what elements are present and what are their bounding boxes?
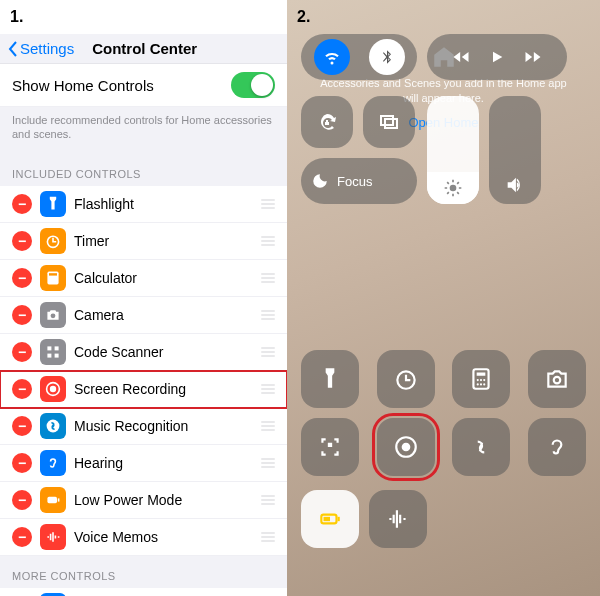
drag-handle[interactable] [261,495,275,505]
qr-icon [317,434,343,460]
drag-handle[interactable] [261,236,275,246]
svg-rect-29 [324,517,331,521]
drag-handle[interactable] [261,458,275,468]
page-title: Control Center [92,40,197,57]
remove-button[interactable]: − [12,490,32,510]
control-label: Screen Recording [74,381,253,397]
remove-button[interactable]: − [12,231,32,251]
media-tile[interactable] [427,34,567,80]
control-label: Music Recognition [74,418,253,434]
qr-tile[interactable] [301,418,359,476]
flashlight-app-icon [40,191,66,217]
screen-mirror-icon [377,110,401,134]
bluetooth-button[interactable] [369,39,405,75]
control-row-shazam: −Music Recognition [0,408,287,445]
timer-icon [45,233,61,249]
remove-button[interactable]: − [12,342,32,362]
control-row-battery: −Low Power Mode [0,482,287,519]
ear-icon [544,434,570,460]
drag-handle[interactable] [261,273,275,283]
svg-point-25 [554,377,561,384]
included-section-header: INCLUDED CONTROLS [0,154,287,186]
remove-button[interactable]: − [12,194,32,214]
brightness-slider[interactable] [427,96,479,204]
shazam-icon [45,418,61,434]
battery-icon [45,492,61,508]
control-label: Flashlight [74,196,253,212]
volume-slider[interactable] [489,96,541,204]
more-section-header: MORE CONTROLS [0,556,287,588]
remove-button[interactable]: − [12,416,32,436]
timer-icon [393,366,419,392]
svg-rect-4 [47,346,51,350]
rotation-lock-icon [315,110,339,134]
control-label: Voice Memos [74,529,253,545]
show-home-controls-cell: Show Home Controls [0,64,287,107]
accessibility-app-icon [40,593,66,596]
focus-tile[interactable]: Focus [301,158,417,204]
svg-rect-18 [477,373,486,376]
step-label-1: 1. [0,0,287,34]
calculator-icon [45,270,61,286]
show-home-controls-label: Show Home Controls [12,77,231,94]
control-grid [301,350,586,476]
screen-mirror-tile[interactable] [363,96,415,148]
show-home-controls-toggle[interactable] [231,72,275,98]
svg-rect-12 [58,498,60,501]
forward-icon [523,47,543,67]
svg-point-9 [50,385,56,391]
network-tile[interactable] [301,34,417,80]
remove-button[interactable]: − [12,379,32,399]
svg-point-15 [450,185,457,192]
wave-icon [45,529,61,545]
control-grid-row2 [301,490,427,548]
control-row-qr: −Code Scanner [0,334,287,371]
wave-app-icon [40,524,66,550]
remove-button[interactable]: − [12,305,32,325]
remove-button[interactable]: − [12,453,32,473]
rotation-lock-tile[interactable] [301,96,353,148]
calculator-tile[interactable] [452,350,510,408]
remove-button[interactable]: − [12,527,32,547]
shazam-app-icon [40,413,66,439]
svg-rect-30 [338,517,340,521]
camera-tile[interactable] [528,350,586,408]
control-row-accessibility: +Accessibility Shortcuts [0,588,287,596]
svg-point-24 [483,383,485,385]
control-label: Calculator [74,270,253,286]
drag-handle[interactable] [261,421,275,431]
drag-handle[interactable] [261,199,275,209]
low-power-tile[interactable] [301,490,359,548]
svg-rect-11 [47,496,57,502]
drag-handle[interactable] [261,310,275,320]
hearing-tile[interactable] [528,418,586,476]
flashlight-tile[interactable] [301,350,359,408]
shazam-icon [468,434,494,460]
control-label: Low Power Mode [74,492,253,508]
drag-handle[interactable] [261,532,275,542]
svg-point-23 [480,383,482,385]
record-icon [393,434,419,460]
nav-header: Settings Control Center [0,34,287,64]
control-row-calculator: −Calculator [0,260,287,297]
calculator-icon [468,366,494,392]
drag-handle[interactable] [261,347,275,357]
screen-recording-tile[interactable] [377,418,435,476]
control-label: Hearing [74,455,253,471]
chevron-left-icon [8,41,18,57]
flashlight-icon [317,366,343,392]
back-button[interactable]: Settings [8,40,74,57]
record-app-icon [40,376,66,402]
control-label: Timer [74,233,253,249]
timer-tile[interactable] [377,350,435,408]
svg-rect-2 [49,273,57,275]
step-label-2: 2. [287,0,320,34]
wifi-button[interactable] [314,39,350,75]
control-label: Camera [74,307,253,323]
battery-app-icon [40,487,66,513]
shazam-tile[interactable] [452,418,510,476]
voice-memo-tile[interactable] [369,490,427,548]
remove-button[interactable]: − [12,268,32,288]
svg-rect-7 [55,353,59,357]
drag-handle[interactable] [261,384,275,394]
